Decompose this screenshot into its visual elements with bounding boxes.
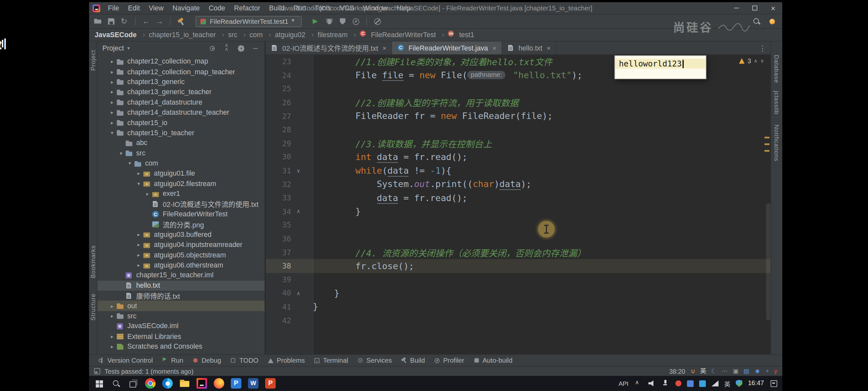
editor-scrollbar[interactable]: [766, 203, 771, 321]
gutter[interactable]: 29: [266, 137, 313, 150]
gutter[interactable]: 35: [266, 218, 313, 232]
breadcrumb-item-filereaderwritertest[interactable]: FileReaderWriterTest: [360, 30, 448, 39]
tree-item-chapter14_datastructure[interactable]: chapter14_datastructure: [97, 97, 265, 107]
project-tree[interactable]: chapter12_collection_mapchapter12_collec…: [97, 55, 265, 354]
tree-item-src[interactable]: src: [97, 311, 265, 321]
chevron-right-icon[interactable]: [108, 69, 116, 74]
gutter[interactable]: 23: [266, 55, 313, 68]
taskbar-search-button[interactable]: [107, 376, 125, 391]
chevron-right-icon[interactable]: [108, 89, 116, 95]
task-view-button[interactable]: [124, 376, 142, 391]
toolwindow-profiler[interactable]: Profiler: [429, 357, 469, 364]
run-with-coverage-icon[interactable]: [338, 17, 347, 26]
hello-txt-preview-popup[interactable]: helloworld123: [615, 55, 706, 79]
tree-item-atguigu04.inputstreamreader[interactable]: atguigu04.inputstreamreader: [97, 240, 265, 250]
night-mode-icon[interactable]: ☾: [711, 368, 717, 374]
fold-icon[interactable]: [291, 208, 306, 214]
maximize-button[interactable]: [746, 2, 764, 14]
scroll-warning-mark[interactable]: [765, 143, 769, 145]
tray-app-icon[interactable]: [687, 380, 694, 386]
breadcrumb-item-filestream[interactable]: filestream: [318, 31, 360, 39]
settings-button[interactable]: [237, 44, 245, 52]
chevron-right-icon[interactable]: [135, 232, 143, 238]
chevron-right-icon[interactable]: [144, 191, 151, 197]
chevron-down-icon[interactable]: [108, 130, 116, 136]
tree-item-filereaderwritertest[interactable]: FileReaderWriterTest: [97, 209, 265, 219]
scroll-warning-mark[interactable]: [765, 137, 769, 139]
chevron-up-icon[interactable]: [634, 379, 643, 388]
chevron-down-icon[interactable]: [135, 181, 143, 186]
save-all-icon[interactable]: [107, 17, 116, 26]
gutter[interactable]: 36: [266, 232, 313, 245]
toolwindow-switcher-icon[interactable]: [94, 368, 100, 374]
tree-item-atguigu06.otherstream[interactable]: atguigu06.otherstream: [97, 260, 265, 270]
gutter[interactable]: 38: [266, 259, 313, 273]
potplayer-button[interactable]: [227, 376, 245, 391]
navigate-forward-icon[interactable]: [155, 17, 164, 26]
clock[interactable]: 16:47: [748, 380, 764, 387]
profile-icon[interactable]: [351, 17, 360, 26]
tree-item-exer1[interactable]: exer1: [97, 189, 265, 199]
breadcrumb-item-test1[interactable]: test1: [448, 30, 474, 39]
run-icon[interactable]: [311, 17, 320, 26]
toolwindow-problems[interactable]: Problems: [263, 357, 309, 364]
tree-item-chapter12_collection_map[interactable]: chapter12_collection_map: [97, 56, 265, 66]
gutter[interactable]: 41: [266, 300, 313, 313]
tools-icon[interactable]: +: [766, 368, 769, 374]
caret-position[interactable]: 38:20: [669, 368, 685, 374]
tree-item-chapter13_generic[interactable]: chapter13_generic: [97, 77, 265, 87]
hide-panel-button[interactable]: [251, 44, 259, 52]
minimize-button[interactable]: [727, 2, 745, 14]
gutter[interactable]: 28: [266, 123, 313, 137]
lock-icon[interactable]: ▣: [733, 368, 739, 374]
breadcrumb-item-src[interactable]: src: [228, 31, 250, 39]
board-icon[interactable]: ▤: [744, 368, 749, 374]
toolwindow-debug[interactable]: Debug: [188, 357, 225, 364]
contacts-icon[interactable]: ☻: [754, 368, 761, 374]
chevron-right-icon[interactable]: [135, 171, 143, 176]
code-editor[interactable]: 23 //1.创建File类的对象，对应着hello.txt文件24 File …: [266, 55, 771, 354]
chevron-right-icon[interactable]: [108, 344, 116, 349]
gutter[interactable]: 42: [266, 313, 313, 327]
firefox-button[interactable]: [211, 376, 228, 391]
close-button[interactable]: ×: [764, 2, 782, 14]
brand-y-icon[interactable]: y: [774, 368, 777, 374]
fold-icon[interactable]: [291, 290, 306, 296]
microphone-icon[interactable]: [661, 379, 670, 388]
toolwindow-build[interactable]: Build: [396, 357, 429, 364]
tray-app2-icon[interactable]: [699, 380, 706, 386]
tree-item-com[interactable]: com: [97, 158, 265, 169]
tree-item-scratches and consoles[interactable]: Scratches and Consoles: [97, 341, 265, 352]
tree-item-javasecode.iml[interactable]: JavaSECode.iml: [97, 321, 265, 331]
intellij-idea-button[interactable]: [193, 376, 211, 391]
chrome-button[interactable]: [142, 376, 159, 391]
notifications-icon[interactable]: [770, 379, 778, 387]
tab-02-io流概述与文件流的使用.txt[interactable]: 02-IO流概述与文件流的使用.txt: [266, 41, 392, 54]
gutter[interactable]: 27: [266, 109, 313, 123]
tree-item-康师傅的话.txt[interactable]: 康师傅的话.txt: [97, 291, 265, 301]
menu-code[interactable]: Code: [204, 4, 230, 12]
menu-edit[interactable]: Edit: [123, 4, 144, 12]
tab-hello.txt[interactable]: hello.txt: [502, 41, 556, 54]
tray-api-label[interactable]: API: [619, 380, 628, 386]
toolwindow-run[interactable]: Run: [157, 357, 188, 364]
chevron-down-icon[interactable]: [117, 151, 124, 156]
tree-item-chapter12_collection_map_teacher[interactable]: chapter12_collection_map_teacher: [97, 67, 265, 77]
tree-item-chapter15_io_teacher.iml[interactable]: chapter15_io_teacher.iml: [97, 270, 265, 280]
tree-item-atguigu01.file[interactable]: atguigu01.file: [97, 169, 265, 179]
ime-indicator-icon[interactable]: 英: [700, 368, 706, 374]
menu-navigate[interactable]: Navigate: [168, 4, 204, 12]
tool-stripe-structure[interactable]: Structure: [90, 294, 96, 321]
chevron-right-icon[interactable]: [108, 99, 116, 105]
locate-file-button[interactable]: [208, 44, 216, 52]
chevron-right-icon[interactable]: [108, 120, 116, 125]
chevron-right-icon[interactable]: [108, 110, 116, 115]
project-panel-title[interactable]: Project: [102, 44, 124, 52]
gutter[interactable]: 26: [266, 96, 313, 110]
search-everywhere-icon[interactable]: [752, 17, 761, 26]
power-indicator-icon[interactable]: ∪: [691, 368, 695, 374]
tree-item-chapter13_generic_teacher[interactable]: chapter13_generic_teacher: [97, 87, 265, 97]
gutter[interactable]: 34: [266, 205, 313, 218]
tool-stripe-jclasslib[interactable]: jclasslib: [773, 91, 780, 115]
toolwindow-terminal[interactable]: Terminal: [309, 357, 352, 364]
